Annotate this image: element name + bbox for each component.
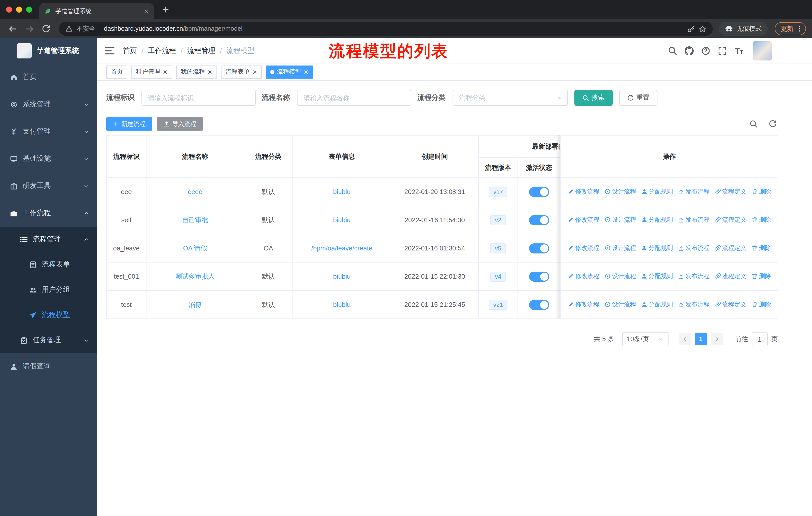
sidebar-item-process-model[interactable]: 流程模型 (0, 302, 97, 328)
action-delete[interactable]: 删除 (751, 216, 771, 224)
tag-close-icon[interactable] (252, 69, 257, 74)
form-link[interactable]: biubiu (333, 216, 350, 224)
tag-process-model[interactable]: 流程模型 (266, 65, 313, 78)
window-close-button[interactable] (6, 6, 12, 12)
tag-close-icon[interactable] (303, 69, 309, 74)
action-assign[interactable]: 分配规则 (641, 272, 673, 281)
active-toggle[interactable] (529, 300, 549, 310)
tag-process-form[interactable]: 流程表单 (221, 65, 262, 78)
action-design[interactable]: 设计流程 (604, 216, 636, 224)
action-edit[interactable]: 修改流程 (568, 216, 599, 224)
github-icon[interactable] (685, 46, 694, 55)
tag-tenant-manage[interactable]: 租户管理 (132, 65, 172, 78)
action-edit[interactable]: 修改流程 (568, 272, 599, 281)
action-edit[interactable]: 修改流程 (568, 300, 599, 309)
tab-close-icon[interactable] (143, 8, 149, 14)
sidebar-item-workflow[interactable]: 工作流程 (0, 199, 97, 227)
sidebar-item-user-group[interactable]: 用户分组 (0, 277, 97, 302)
fullscreen-icon[interactable] (718, 46, 727, 55)
tag-close-icon[interactable] (207, 69, 212, 74)
breadcrumb-item[interactable]: 首页 (123, 46, 137, 55)
action-publish[interactable]: 发布流程 (678, 272, 709, 281)
sidebar-item-process-manage[interactable]: 流程管理 (0, 227, 97, 252)
font-size-icon[interactable] (734, 46, 744, 55)
action-design[interactable]: 设计流程 (604, 272, 636, 281)
action-design[interactable]: 设计流程 (604, 187, 636, 196)
sidebar-item-system-manage[interactable]: 系统管理 (0, 91, 97, 118)
jump-page-input[interactable] (752, 332, 768, 346)
import-process-button[interactable]: 导入流程 (157, 117, 203, 131)
action-delete[interactable]: 删除 (751, 272, 771, 281)
process-name-link[interactable]: OA 请假 (183, 244, 207, 252)
sidebar-logo[interactable]: 芋道管理系统 (0, 38, 97, 63)
active-toggle[interactable] (529, 187, 549, 197)
active-toggle[interactable] (529, 215, 549, 225)
action-delete[interactable]: 删除 (751, 300, 771, 309)
action-assign[interactable]: 分配规则 (641, 216, 673, 224)
sidebar-item-leave-query[interactable]: 请假查询 (0, 353, 97, 380)
sidebar-item-process-form[interactable]: 流程表单 (0, 252, 97, 277)
form-link[interactable]: biubiu (333, 188, 350, 195)
action-definition[interactable]: 流程定义 (715, 300, 746, 309)
address-bar[interactable]: 不安全 dashboard.yudao.iocoder.cn/bpm/manag… (59, 22, 713, 36)
action-publish[interactable]: 发布流程 (678, 300, 709, 309)
action-delete[interactable]: 删除 (751, 187, 771, 196)
next-page-button[interactable] (711, 333, 723, 345)
sidebar-item-infrastructure[interactable]: 基础设施 (0, 145, 97, 172)
action-definition[interactable]: 流程定义 (715, 187, 746, 196)
help-icon[interactable] (701, 46, 710, 55)
browser-menu-icon[interactable] (796, 25, 803, 32)
reload-button[interactable] (42, 24, 50, 33)
action-definition[interactable]: 流程定义 (715, 216, 746, 224)
refresh-table-icon[interactable] (769, 120, 777, 128)
action-assign[interactable]: 分配规则 (641, 300, 673, 309)
action-edit[interactable]: 修改流程 (568, 244, 599, 252)
breadcrumb-item[interactable]: 工作流程 (148, 46, 176, 55)
action-publish[interactable]: 发布流程 (678, 216, 709, 224)
password-key-icon[interactable] (687, 25, 695, 32)
process-name-link[interactable]: eeee (188, 188, 202, 195)
tag-home[interactable]: 首页 (106, 65, 127, 78)
toggle-search-icon[interactable] (750, 120, 758, 128)
action-definition[interactable]: 流程定义 (715, 244, 746, 252)
tag-my-process[interactable]: 我的流程 (176, 65, 217, 78)
action-publish[interactable]: 发布流程 (678, 187, 709, 196)
breadcrumb-item[interactable]: 流程管理 (187, 46, 215, 55)
sidebar-item-payment-manage[interactable]: 支付管理 (0, 118, 97, 145)
page-number-button[interactable]: 1 (695, 333, 707, 345)
action-definition[interactable]: 流程定义 (715, 272, 746, 281)
action-assign[interactable]: 分配规则 (641, 244, 673, 252)
tag-close-icon[interactable] (163, 69, 168, 74)
process-name-link[interactable]: 自己审批 (182, 216, 208, 223)
window-zoom-button[interactable] (26, 6, 32, 12)
active-toggle[interactable] (529, 271, 549, 281)
update-button[interactable]: 更新 (775, 22, 806, 35)
action-assign[interactable]: 分配规则 (641, 187, 673, 196)
action-edit[interactable]: 修改流程 (568, 187, 599, 196)
filter-name-input[interactable] (297, 90, 411, 106)
window-minimize-button[interactable] (16, 6, 22, 12)
filter-category-select[interactable]: 流程分类 (453, 90, 568, 106)
prev-page-button[interactable] (678, 333, 691, 345)
active-toggle[interactable] (529, 243, 549, 253)
action-design[interactable]: 设计流程 (604, 300, 636, 309)
process-name-link[interactable]: 滔博 (188, 301, 202, 308)
reset-button[interactable]: 重置 (619, 90, 658, 106)
form-link[interactable]: biubiu (333, 273, 350, 280)
page-size-select[interactable]: 10条/页 (622, 332, 669, 346)
search-button[interactable]: 搜索 (574, 90, 613, 106)
sidebar-item-dev-tools[interactable]: 研发工具 (0, 172, 97, 199)
forward-button[interactable] (25, 24, 34, 33)
action-design[interactable]: 设计流程 (604, 244, 636, 252)
hamburger-icon[interactable] (105, 46, 115, 56)
action-delete[interactable]: 删除 (751, 244, 771, 252)
form-link[interactable]: biubiu (333, 301, 350, 308)
sidebar-item-task-manage[interactable]: 任务管理 (0, 328, 97, 353)
sidebar-item-home[interactable]: 首页 (0, 63, 97, 91)
create-process-button[interactable]: 新建流程 (106, 117, 152, 131)
form-link[interactable]: /bpm/oa/leave/create (311, 244, 373, 252)
process-name-link[interactable]: 测试多审批人 (175, 272, 215, 280)
user-avatar[interactable] (753, 41, 772, 60)
search-icon[interactable] (668, 46, 677, 55)
browser-tab[interactable]: 芋道管理系统 (39, 3, 154, 19)
